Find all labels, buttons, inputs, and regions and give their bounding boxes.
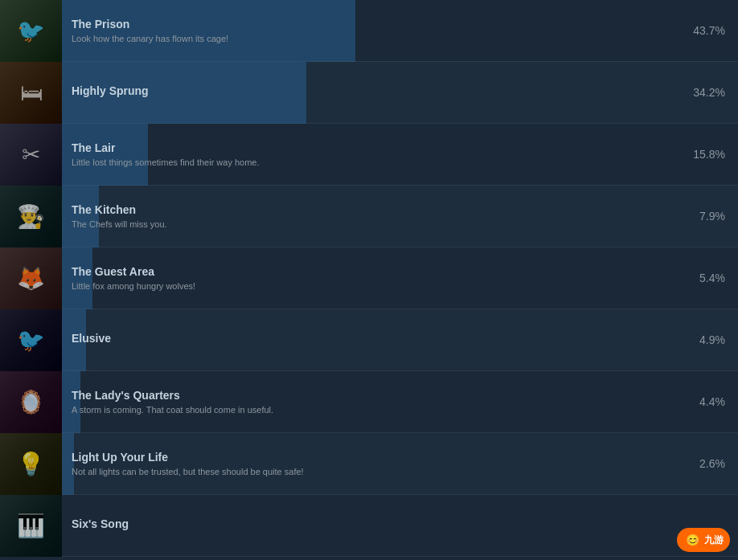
achievement-row-kitchen[interactable]: 👨‍🍳The KitchenThe Chefs will miss you.7.… <box>0 186 738 247</box>
achievement-thumb-icon-six: 🎹 <box>17 513 45 539</box>
achievement-desc-lair: Little lost things sometimes find their … <box>72 157 664 167</box>
achievement-thumb-icon-sprung: 🛏 <box>20 80 43 106</box>
watermark-text: 九游 <box>704 533 724 547</box>
achievement-thumb-icon-elusive: 🐦 <box>17 327 45 354</box>
achievement-row-sprung[interactable]: 🛏Highly Sprung34.2% <box>0 62 738 124</box>
achievement-row-six[interactable]: 🎹Six's Song <box>0 495 738 557</box>
achievement-row-lair[interactable]: ✂The LairLittle lost things sometimes fi… <box>0 124 738 186</box>
achievement-row-prison[interactable]: 🐦The PrisonLook how the canary has flown… <box>0 0 738 62</box>
achievement-thumb-light: 💡 <box>0 433 62 495</box>
achievement-title-lair: The Lair <box>72 141 664 154</box>
achievement-content-sprung: Highly Sprung <box>62 62 674 124</box>
achievement-thumb-sprung: 🛏 <box>0 62 62 124</box>
achievement-thumb-six: 🎹 <box>0 495 62 557</box>
achievement-title-lady: The Lady's Quarters <box>72 389 664 402</box>
achievement-desc-prison: Look how the canary has flown its cage! <box>72 34 664 43</box>
achievement-thumb-lair: ✂ <box>0 124 62 186</box>
achievement-content-kitchen: The KitchenThe Chefs will miss you. <box>62 186 674 247</box>
watermark-icon: 😊 <box>683 531 701 549</box>
achievement-percent-sprung: 34.2% <box>674 86 738 99</box>
achievement-thumb-icon-light: 💡 <box>17 451 45 477</box>
achievement-row-light[interactable]: 💡Light Up Your LifeNot all lights can be… <box>0 433 738 495</box>
achievement-content-guest: The Guest AreaLittle fox among hungry wo… <box>62 247 674 309</box>
achievement-content-lady: The Lady's QuartersA storm is coming. Th… <box>62 371 674 433</box>
achievement-title-kitchen: The Kitchen <box>72 203 664 216</box>
achievement-title-light: Light Up Your Life <box>72 451 664 464</box>
achievement-row-guest[interactable]: 🦊The Guest AreaLittle fox among hungry w… <box>0 247 738 309</box>
achievement-desc-lady: A storm is coming. That coat should come… <box>72 405 664 415</box>
achievement-desc-kitchen: The Chefs will miss you. <box>72 219 664 229</box>
achievement-thumb-icon-prison: 🐦 <box>17 18 45 44</box>
achievement-thumb-guest: 🦊 <box>0 247 62 309</box>
achievement-thumb-lady: 🪞 <box>0 371 62 433</box>
achievement-percent-guest: 5.4% <box>674 272 738 284</box>
achievement-percent-elusive: 4.9% <box>674 333 738 346</box>
achievement-thumb-icon-lair: ✂ <box>22 141 40 168</box>
watermark: 😊 九游 <box>677 528 730 552</box>
achievement-content-six: Six's Song <box>62 495 674 557</box>
achievement-thumb-icon-kitchen: 👨‍🍳 <box>17 203 45 230</box>
achievement-percent-prison: 43.7% <box>674 24 738 37</box>
achievement-row-lady[interactable]: 🪞The Lady's QuartersA storm is coming. T… <box>0 371 738 433</box>
achievement-title-guest: The Guest Area <box>72 265 664 278</box>
achievement-thumb-kitchen: 👨‍🍳 <box>0 186 62 247</box>
achievement-content-lair: The LairLittle lost things sometimes fin… <box>62 124 674 186</box>
achievement-content-elusive: Elusive <box>62 309 674 371</box>
achievement-percent-lair: 15.8% <box>674 148 738 161</box>
achievement-percent-light: 2.6% <box>674 457 738 470</box>
achievement-thumb-icon-guest: 🦊 <box>17 265 45 292</box>
achievement-thumb-icon-lady: 🪞 <box>17 389 45 415</box>
achievement-row-elusive[interactable]: 🐦Elusive4.9% <box>0 309 738 371</box>
achievement-title-six: Six's Song <box>72 517 664 530</box>
achievement-title-prison: The Prison <box>72 18 664 31</box>
achievement-title-elusive: Elusive <box>72 332 664 345</box>
achievement-content-prison: The PrisonLook how the canary has flown … <box>62 0 674 62</box>
achievement-desc-light: Not all lights can be trusted, but these… <box>72 467 664 476</box>
achievement-thumb-prison: 🐦 <box>0 0 62 62</box>
achievement-desc-guest: Little fox among hungry wolves! <box>72 281 664 291</box>
achievement-content-light: Light Up Your LifeNot all lights can be … <box>62 433 674 495</box>
achievement-percent-kitchen: 7.9% <box>674 210 738 223</box>
achievement-title-sprung: Highly Sprung <box>72 84 664 97</box>
achievement-thumb-elusive: 🐦 <box>0 309 62 371</box>
achievement-list: 🐦The PrisonLook how the canary has flown… <box>0 0 738 557</box>
achievement-percent-lady: 4.4% <box>674 395 738 408</box>
